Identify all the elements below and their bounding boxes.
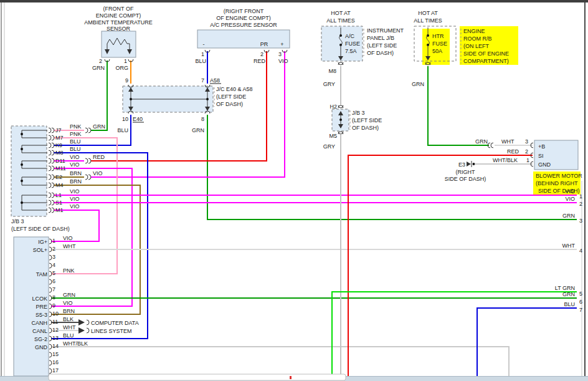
pressure-pin2: 2 — [260, 51, 263, 57]
jc-pin10: 10 — [122, 116, 128, 122]
ecu-pin: 2 — [52, 246, 55, 252]
errb-fuse2: FUSE — [432, 41, 447, 47]
jb3mid-name3: OF DASH) — [352, 125, 379, 131]
blower-pin3: 3 — [525, 138, 528, 145]
jb3-row-id: L1 — [55, 192, 62, 198]
bottom-popup-edge — [49, 374, 346, 380]
ecu-pin: 13 — [52, 335, 59, 341]
pressure-loc1: (RIGHT FRONT — [224, 8, 264, 14]
pressure-pr: PR — [260, 41, 268, 47]
errb-hot2: ALL TIMES — [414, 17, 442, 24]
jb3-row-id: E2 — [55, 174, 62, 180]
pressure-name: A/C PRESSURE SENSOR — [210, 22, 277, 28]
jc-pin8: 8 — [201, 116, 204, 122]
ecu-color: WHT — [63, 243, 76, 249]
ipjb-fuse2: FUSE — [345, 41, 360, 47]
ecu-pin: 3 — [52, 254, 55, 260]
errb-name1: ENGINE — [463, 28, 485, 34]
errb-hot1: HOT AT — [418, 10, 438, 16]
ecu-pin: 12 — [52, 327, 59, 333]
ipjb-m5: M5 — [329, 133, 337, 139]
jb3-row-color: VIO — [70, 162, 80, 168]
jb3-row-id: M11 — [55, 165, 66, 171]
jc-loc2: OF DASH) — [216, 101, 243, 107]
wiring-diagram: (FRONT OF ENGINE COMPT) AMBIENT TEMPERAT… — [0, 0, 588, 381]
pressure-plus: + — [280, 41, 283, 47]
ecu-pin: 8 — [52, 294, 55, 301]
blower-terminal-si: SI — [538, 153, 544, 159]
right-wire-label: GRN — [562, 213, 575, 219]
ipjb-hot1: HOT AT — [331, 10, 351, 16]
ecu-name: PRE — [36, 304, 47, 310]
right-wire-label: VIO — [565, 196, 575, 202]
ipjb-fuse3: 7.5A — [345, 48, 357, 54]
jb3-row-color: BRN — [70, 170, 82, 176]
jb3-row-color: PNK — [70, 123, 82, 130]
right-wire-label: VIO — [565, 188, 575, 195]
pressure-wire2: RED — [254, 58, 266, 64]
errb-name2: ROOM R/B — [463, 36, 492, 42]
blower-terminal-b: +B — [538, 143, 545, 150]
ecu-color: GRN — [63, 292, 75, 298]
ecu-pin: 9 — [52, 302, 55, 309]
jc-e40: E40 — [133, 116, 143, 122]
jc-a58: A58 — [210, 77, 220, 84]
blower-terminal-gnd: GND — [538, 162, 551, 168]
jb3-row-id: J7 — [55, 127, 62, 133]
inline-connectors — [85, 128, 493, 180]
ecu-pin: 5 — [52, 270, 55, 276]
ipjb-fuse1: A/C — [345, 33, 355, 39]
ambient-name2: SENSOR — [107, 26, 131, 32]
ecu-pins — [49, 239, 52, 381]
jb3-row-color: VIO — [70, 154, 80, 160]
errb-name3: (ON LEFT — [463, 43, 490, 49]
right-wire-label: LT GRN — [555, 285, 575, 291]
jb3-row-color2: RED — [93, 154, 105, 160]
jb3-row-id: M1 — [55, 207, 64, 213]
jb3-row-color: PNK — [70, 131, 82, 137]
ecu-pin: 17 — [52, 367, 59, 374]
errb-fuse1: HTR — [432, 33, 444, 39]
ambient-sensor-box — [102, 31, 136, 57]
jb3-row-color: BLU — [70, 138, 81, 145]
jc-name: J/C E40 & A58 — [216, 86, 253, 92]
right-wire-label: BLU — [564, 301, 575, 307]
ecu-name: TAM — [36, 271, 47, 277]
ecu-pin: 6 — [52, 278, 55, 284]
errb-name5: COMPARTMENT) — [463, 58, 509, 64]
ecu-color: WHT — [63, 324, 76, 330]
ecu-name: S5-3 — [36, 312, 47, 318]
jb3-name2: (LEFT SIDE OF DASH) — [11, 226, 70, 232]
ecu-color: VIO — [63, 235, 73, 241]
blower-whtblk: WHT/BLK — [493, 157, 518, 163]
jb3mid-name2: (LEFT SIDE — [352, 117, 382, 123]
jc-wire10-blu: BLU — [117, 127, 128, 133]
right-pin: 4 — [579, 248, 582, 254]
ipjb-name1: INSTRUMENT — [367, 27, 404, 34]
jb3-row-id: S1 — [55, 200, 62, 206]
right-pin: 6 — [579, 299, 582, 305]
blower-grn: GRN — [475, 138, 488, 145]
e3-loc2: SIDE OF DASH) — [445, 176, 486, 182]
ecu-pin: 15 — [52, 351, 59, 357]
right-pin: 5 — [579, 291, 582, 297]
e3-loc1: (RIGHT — [456, 169, 475, 175]
ambient-loc2: ENGINE COMPT) — [96, 12, 141, 19]
e3-label: E3 — [458, 162, 465, 168]
jc-pin9: 9 — [125, 77, 128, 84]
ipjb-hot2: ALL TIMES — [326, 17, 355, 24]
pressure-wire3: VIO — [278, 58, 288, 64]
jc-pin7: 7 — [201, 77, 204, 84]
ambient-wire-org: ORG — [115, 65, 128, 71]
pressure-wire1: BLU — [195, 58, 206, 64]
ambient-wire-grn: GRN — [92, 65, 105, 71]
pressure-neg: - — [203, 41, 205, 47]
blower-wht: WHT — [501, 138, 514, 145]
ipjb-gry2: GRY — [323, 143, 335, 150]
blower-red: RED — [507, 148, 519, 155]
ecu-pin: 16 — [52, 359, 59, 365]
blower-pin2: 2 — [525, 148, 528, 155]
blower-name1: BLOWER MOTOR — [536, 173, 582, 179]
ecu-name: SG-2 — [34, 336, 47, 342]
ecu-color: PNK — [63, 268, 75, 274]
